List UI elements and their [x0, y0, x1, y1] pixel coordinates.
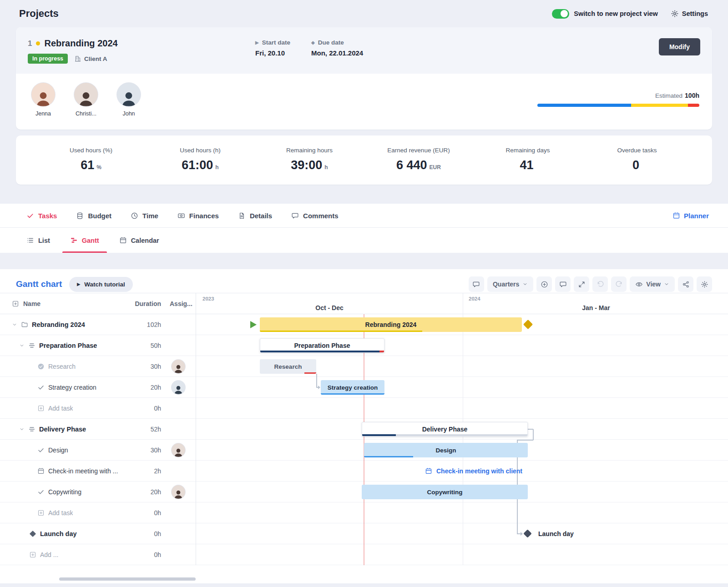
add-milestone-button[interactable]: [536, 276, 552, 292]
gantt-bar-design[interactable]: Design: [364, 443, 528, 457]
row-duration: 0h: [129, 405, 161, 412]
member-jenna[interactable]: Jenna: [30, 83, 57, 117]
subtab-list[interactable]: List: [26, 228, 50, 253]
gantt-bar-research[interactable]: Research: [260, 359, 316, 374]
member-john[interactable]: John: [115, 83, 142, 117]
fullscreen-button[interactable]: [574, 276, 589, 292]
table-row-checkin-meeting[interactable]: Check-in meeting with ... 2h: [0, 461, 196, 482]
progress-scheduled-segment: [631, 104, 688, 107]
bar-label: Design: [435, 447, 456, 454]
gantt-section: Gantt chart ▶ Watch tutorial Quarters Vi…: [0, 269, 728, 583]
assignee-avatar[interactable]: [172, 485, 185, 499]
tab-time[interactable]: Time: [131, 212, 158, 220]
table-row-add-task[interactable]: Add task 0h: [0, 502, 196, 523]
zoom-level-dropdown[interactable]: Quarters: [487, 276, 533, 292]
gantt-bar-rebranding[interactable]: Rebranding 2024: [260, 317, 522, 332]
subtab-calendar[interactable]: Calendar: [119, 228, 159, 253]
member-name: Jenna: [35, 110, 51, 117]
tab-details[interactable]: Details: [238, 212, 272, 220]
project-start-marker-icon[interactable]: [250, 321, 257, 328]
tab-label: Tasks: [38, 212, 57, 220]
grid-line: [463, 314, 463, 565]
toggle-switch[interactable]: [552, 9, 569, 19]
start-date-block: ▶Start date Fri, 20.10: [255, 39, 290, 57]
avatar: [74, 83, 98, 106]
dependency-arrow-icon: [318, 386, 320, 389]
undo-button[interactable]: [592, 276, 608, 292]
table-row-copywriting[interactable]: Copywriting 20h: [0, 482, 196, 502]
avatar: [31, 83, 55, 106]
gantt-bar-delivery-phase[interactable]: Delivery Phase: [362, 422, 528, 436]
gantt-meeting-checkin[interactable]: Check-in meeting with client: [425, 461, 522, 482]
bar-progress: [364, 456, 413, 458]
chevron-down-icon: [522, 281, 528, 287]
row-label: Copywriting: [48, 488, 81, 496]
chevron-down-icon: [664, 281, 669, 287]
tab-comments[interactable]: Comments: [291, 212, 339, 220]
table-row-project[interactable]: Rebranding 2024 102h: [0, 314, 196, 335]
play-icon: ▶: [255, 40, 259, 45]
table-row-phase-preparation[interactable]: Preparation Phase 50h: [0, 335, 196, 356]
assignee-avatar[interactable]: [172, 381, 185, 394]
chevron-down-icon[interactable]: [19, 426, 25, 432]
comment-tool-button[interactable]: [469, 276, 484, 292]
tab-label: Budget: [88, 212, 111, 220]
share-icon: [682, 281, 690, 288]
gantt-settings-button[interactable]: [697, 276, 712, 292]
tab-tasks[interactable]: Tasks: [26, 212, 57, 220]
table-row-design[interactable]: Design 30h: [0, 440, 196, 461]
new-project-view-toggle[interactable]: Switch to new project view: [552, 9, 658, 19]
phase-icon: [28, 342, 35, 349]
top-bar: Projects Switch to new project view Sett…: [0, 0, 728, 27]
row-duration: 0h: [129, 551, 161, 558]
plus-square-icon[interactable]: [12, 300, 19, 307]
client-chip[interactable]: Client A: [74, 55, 107, 62]
tab-finances[interactable]: Finances: [177, 212, 219, 220]
gantt-bar-preparation-phase[interactable]: Preparation Phase: [260, 338, 384, 353]
gantt-bar-strategy-creation[interactable]: Strategy creation: [321, 380, 384, 395]
table-row-add[interactable]: Add ... 0h: [0, 544, 196, 565]
assignee-avatar[interactable]: [172, 443, 185, 457]
stat-label: Earned revenue (EUR): [364, 147, 473, 154]
row-duration: 2h: [129, 467, 161, 475]
table-row-phase-delivery[interactable]: Delivery Phase 52h: [0, 419, 196, 440]
horizontal-scrollbar[interactable]: [59, 577, 196, 581]
tab-budget[interactable]: Budget: [76, 212, 111, 220]
feedback-button[interactable]: [555, 276, 571, 292]
main-tabs: Tasks Budget Time Finances Details Comme…: [0, 204, 728, 228]
gantt-timeline[interactable]: 2023 2024 Oct - Dec Jan - Mar: [196, 293, 728, 565]
table-row-research[interactable]: Research 30h: [0, 356, 196, 377]
subtab-gantt[interactable]: Gantt: [70, 228, 99, 253]
settings-button[interactable]: Settings: [671, 10, 708, 18]
row-label: Rebranding 2024: [32, 321, 85, 328]
member-list: Jenna Christi... John: [30, 83, 142, 117]
person-icon: [76, 89, 96, 106]
planner-link[interactable]: Planner: [672, 212, 709, 220]
bar-label: Preparation Phase: [294, 342, 350, 349]
coins-icon: [76, 212, 84, 220]
stat-value: 61:00: [182, 158, 213, 172]
share-button[interactable]: [678, 276, 693, 292]
gantt-bar-copywriting[interactable]: Copywriting: [362, 485, 528, 499]
view-dropdown[interactable]: View: [630, 276, 675, 292]
chevron-down-icon[interactable]: [19, 343, 25, 348]
person-icon: [33, 89, 53, 106]
stat-label: Remaining days: [473, 147, 582, 154]
table-row-strategy-creation[interactable]: Strategy creation 20h: [0, 377, 196, 398]
toggle-label: Switch to new project view: [574, 10, 658, 17]
watch-tutorial-button[interactable]: ▶ Watch tutorial: [69, 277, 132, 292]
redo-button[interactable]: [611, 276, 627, 292]
member-christina[interactable]: Christi...: [72, 83, 100, 117]
due-date-label: Due date: [318, 39, 344, 46]
stat-used-hours: Used hours (h) 61:00h: [146, 147, 255, 172]
table-row-launch-day[interactable]: Launch day 0h: [0, 523, 196, 544]
table-row-add-task[interactable]: Add task 0h: [0, 398, 196, 419]
document-icon: [238, 212, 246, 220]
comment-icon: [472, 281, 480, 288]
toggle-knob: [561, 10, 568, 17]
modify-button[interactable]: Modify: [659, 38, 700, 55]
chevron-down-icon[interactable]: [12, 322, 17, 327]
folder-icon: [21, 321, 28, 328]
assignee-avatar[interactable]: [172, 360, 185, 373]
stat-label: Overdue tasks: [582, 147, 692, 154]
